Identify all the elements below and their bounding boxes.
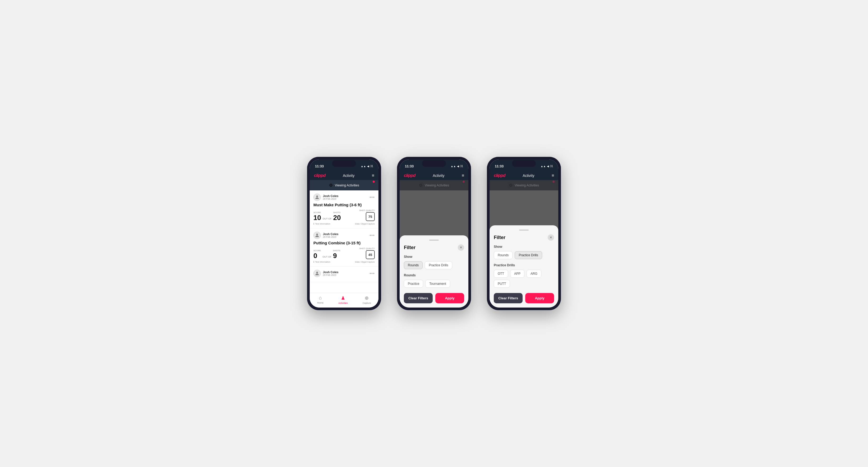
card-title-2: Putting Combine (3-15 ft) (313, 241, 375, 245)
user-date-3: 28 Feb 2023 (323, 274, 339, 276)
info-text-2: Test Information (315, 261, 330, 263)
filter-close-2[interactable]: ✕ (458, 244, 464, 251)
card-header-1: Josh Coles 28 Feb 2023 ••• (313, 193, 375, 201)
wifi-icon-2: ◀ (457, 165, 459, 168)
show-chips-2: Rounds Practice Drills (404, 261, 464, 269)
chip-putt-3[interactable]: PUTT (494, 280, 510, 288)
card-stats-2: Score 0 OUT OF Shots 9 Shot Quality 45 (313, 247, 375, 259)
user-name-2: Josh Coles (323, 232, 339, 236)
nav-title-2: Activity (433, 174, 444, 178)
card-footer-1: ℹ Test Information Data: Clippd Capture (313, 223, 375, 225)
nav-bar-2: clippd Activity ≡ (400, 171, 468, 180)
chip-drills-3[interactable]: Practice Drills (515, 251, 542, 259)
status-icons-3: ▲▲ ◀ 31 (540, 165, 553, 168)
score-value-1: 10 (313, 214, 321, 221)
activities-icon-1: ♟ (341, 295, 345, 301)
sq-label-2: Shot Quality (359, 247, 375, 250)
wifi-icon: ◀ (367, 165, 369, 168)
sq-label-1: Shot Quality (359, 209, 375, 212)
signal-icon-2: ▲▲ (451, 165, 456, 168)
battery-icon-3: 31 (550, 165, 553, 168)
menu-icon-1[interactable]: ≡ (372, 173, 374, 178)
content-1: Josh Coles 28 Feb 2023 ••• Must Make Put… (310, 190, 378, 293)
filter-modal-2: Filter ✕ Show Rounds Practice Drills Rou… (400, 235, 468, 308)
card-header-2: Josh Coles 28 Feb 2023 ••• (313, 232, 375, 239)
sq-badge-2: 45 (366, 250, 375, 259)
chip-rounds-3[interactable]: Rounds (494, 251, 513, 259)
data-source-2: Data: Clippd Capture (355, 261, 375, 263)
more-menu-2[interactable]: ••• (369, 233, 375, 238)
capture-icon-1: ⊕ (365, 295, 369, 301)
filter-header-2: Filter ✕ (404, 244, 464, 251)
avatar-3 (313, 270, 321, 277)
info-icon-1: ℹ (313, 223, 314, 225)
chip-ott-3[interactable]: OTT (494, 270, 508, 278)
filter-close-3[interactable]: ✕ (548, 234, 554, 241)
signal-icon: ▲▲ (361, 165, 366, 168)
card-footer-2: ℹ Test Information Data: Clippd Capture (313, 261, 375, 263)
nav-activities-1[interactable]: ♟ Activities (338, 295, 348, 304)
phone-2: 11:33 ▲▲ ◀ 31 clippd Activity ≡ ⚙ Viewin… (397, 157, 471, 310)
filter-footer-3: Clear Filters Apply (494, 293, 554, 303)
filter-overlay-3: Filter ✕ Show Rounds Practice Drills Pra… (490, 180, 558, 308)
status-time-1: 11:33 (315, 164, 324, 168)
user-date-2: 28 Feb 2023 (323, 236, 339, 238)
home-icon-1: ⌂ (319, 295, 322, 301)
phone-inner-1: 11:33 ▲▲ ◀ 31 clippd Activity ≡ ⚙ Viewin… (310, 159, 378, 308)
chip-arg-3[interactable]: ARG (527, 270, 541, 278)
viewing-dot-1 (373, 181, 375, 183)
clear-filters-btn-2[interactable]: Clear Filters (404, 293, 433, 303)
apply-btn-2[interactable]: Apply (435, 293, 464, 303)
user-name-1: Josh Coles (323, 194, 339, 197)
apply-btn-3[interactable]: Apply (525, 293, 554, 303)
phone-1: 11:33 ▲▲ ◀ 31 clippd Activity ≡ ⚙ Viewin… (307, 157, 381, 310)
nav-bar-3: clippd Activity ≡ (490, 171, 558, 180)
activity-card-2: Josh Coles 28 Feb 2023 ••• Putting Combi… (310, 228, 378, 267)
chip-practice-2[interactable]: Practice (404, 280, 423, 288)
shots-label-1: Shots (333, 211, 341, 214)
card-info-1: ℹ Test Information (313, 223, 330, 225)
sq-badge-1: 75 (366, 212, 375, 221)
info-icon-2: ℹ (313, 261, 314, 263)
chip-rounds-2[interactable]: Rounds (404, 261, 423, 269)
nav-home-1[interactable]: ⌂ Home (317, 295, 323, 304)
card-stats-1: Score 10 OUT OF Shots 20 Shot Quality 75 (313, 209, 375, 221)
filter-overlay-2: Filter ✕ Show Rounds Practice Drills Rou… (400, 180, 468, 308)
blurred-bg-3: ⚙ Viewing Activities Filter ✕ Show (490, 180, 558, 308)
filter-title-3: Filter (494, 235, 505, 240)
svg-point-2 (316, 272, 318, 274)
notch-2 (422, 160, 446, 167)
status-time-3: 11:33 (495, 164, 503, 168)
more-menu-1[interactable]: ••• (369, 195, 375, 200)
info-text-1: Test Information (315, 223, 330, 225)
nav-title-3: Activity (523, 174, 534, 178)
viewing-bar-1[interactable]: ⚙ Viewing Activities (310, 180, 378, 190)
svg-point-1 (316, 234, 318, 235)
viewing-bar-wrapper-1: ⚙ Viewing Activities (310, 180, 378, 190)
phones-container: 11:33 ▲▲ ◀ 31 clippd Activity ≡ ⚙ Viewin… (307, 157, 561, 310)
logo-2: clippd (404, 173, 415, 178)
drag-handle-3 (519, 229, 529, 230)
signal-icon-3: ▲▲ (540, 165, 546, 168)
out-of-1: OUT OF (323, 217, 332, 220)
home-label-1: Home (317, 302, 323, 304)
chip-tournament-2[interactable]: Tournament (425, 280, 450, 288)
shots-value-1: 20 (333, 214, 341, 221)
chip-app-3[interactable]: APP (510, 270, 524, 278)
status-icons-2: ▲▲ ◀ 31 (451, 165, 463, 168)
nav-capture-1[interactable]: ⊕ Capture (363, 295, 371, 304)
menu-icon-2[interactable]: ≡ (462, 173, 464, 178)
more-menu-3[interactable]: ••• (369, 271, 375, 276)
user-name-3: Josh Coles (323, 271, 339, 274)
svg-point-0 (316, 195, 318, 197)
activity-card-1: Josh Coles 28 Feb 2023 ••• Must Make Put… (310, 190, 378, 228)
menu-icon-3[interactable]: ≡ (552, 173, 554, 178)
status-time-2: 11:33 (405, 164, 414, 168)
card-user-2: Josh Coles 28 Feb 2023 (313, 232, 339, 239)
chip-drills-2[interactable]: Practice Drills (425, 261, 452, 269)
card-header-3: Josh Coles 28 Feb 2023 ••• (313, 270, 375, 277)
clear-filters-btn-3[interactable]: Clear Filters (494, 293, 523, 303)
phone-inner-3: 11:33 ▲▲ ◀ 31 clippd Activity ≡ ⚙ Viewin… (490, 159, 558, 308)
filter-icon-1: ⚙ (329, 183, 333, 188)
capture-label-1: Capture (363, 302, 371, 304)
